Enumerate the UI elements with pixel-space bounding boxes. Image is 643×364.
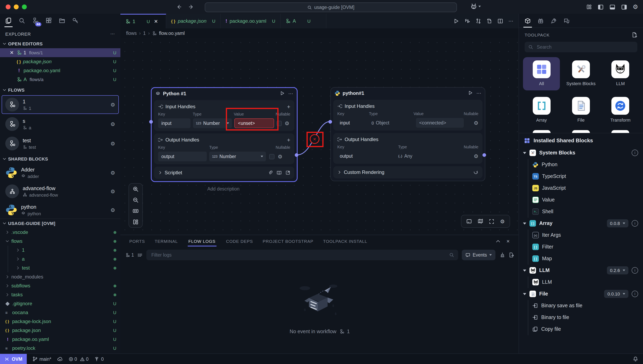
block-item-binary-to-file[interactable]: Binary to file [528, 312, 643, 323]
panel-tab-project-bootstrap[interactable]: PROJECT BOOTSTRAP [263, 239, 314, 244]
close-icon[interactable]: ✕ [154, 19, 158, 24]
block-item-binary-save[interactable]: Binary save as file [528, 300, 643, 312]
info-icon[interactable]: i [632, 267, 638, 274]
project-section-header[interactable]: USAGE-GUIDE [OVM] [0, 218, 120, 228]
node-more-icon[interactable]: ⋯ [476, 90, 481, 96]
panel-tab-terminal[interactable]: TERMINAL [155, 239, 178, 244]
maximize-window-button[interactable] [22, 4, 27, 9]
node-run-icon[interactable] [280, 91, 284, 96]
category-file[interactable]: File [562, 94, 600, 127]
edge-disconnect-icon[interactable]: ✕ [310, 134, 320, 144]
block-item-copy-file[interactable]: Copy file [528, 323, 643, 335]
close-icon[interactable]: ✕ [10, 50, 14, 56]
tree-item[interactable]: 1 [0, 246, 120, 254]
handle-gear-icon[interactable]: ⚙ [284, 120, 289, 126]
category-transform[interactable]: Transform [602, 94, 639, 127]
refresh-icon[interactable] [474, 170, 478, 175]
node-python-1[interactable]: Python #1 ⋯ Input Handles + Key Type [151, 87, 298, 182]
docs-icon[interactable] [276, 170, 282, 175]
tab-flow-a[interactable]: A U [280, 14, 326, 28]
more-actions-icon[interactable]: ⋯ [508, 18, 513, 24]
add-input-icon[interactable]: + [287, 103, 290, 110]
panel-tab-ports[interactable]: PORTS [129, 239, 145, 244]
clear-logs-icon[interactable] [499, 252, 505, 258]
version-select[interactable]: 0.0.8 [607, 219, 628, 228]
node2-output-port[interactable] [482, 153, 486, 157]
tree-item[interactable]: flows [0, 237, 120, 246]
notifications-bell-icon[interactable] [633, 356, 638, 362]
gear-icon[interactable]: ⚙ [110, 140, 115, 146]
shared-block-item[interactable]: python python ⚙ [2, 202, 119, 218]
block-item-shell[interactable]: >_ Shell [528, 206, 643, 218]
activity-folder-icon[interactable] [59, 18, 65, 24]
block-group-llm[interactable]: LLM 0.2.6 i [519, 264, 643, 276]
tree-item[interactable]: !package.oo.yamlU [0, 335, 120, 344]
toggle-bottom-panel-icon[interactable] [609, 4, 615, 10]
run-flow-icon[interactable] [453, 18, 459, 24]
node-more-icon[interactable]: ⋯ [288, 91, 293, 96]
input-value-field[interactable]: <connected> [416, 118, 464, 128]
activity-search-icon[interactable] [19, 18, 25, 24]
shared-block-item[interactable]: advanced-flow advanced-flow ⚙ [2, 182, 119, 201]
node1-output-port[interactable] [295, 153, 298, 157]
attach-icon[interactable] [268, 170, 273, 175]
flow-list-item[interactable]: s a ⚙ [2, 115, 119, 133]
scriptlet-section[interactable]: Scriptlet [154, 166, 294, 179]
git-branch-status[interactable]: main* [32, 356, 51, 362]
nullable-checkbox[interactable] [269, 154, 274, 159]
problems-status[interactable]: 0 0 [68, 356, 88, 361]
ports-status[interactable]: 0 [94, 356, 104, 362]
version-select[interactable]: 0.0.10 [604, 290, 628, 298]
block-item-javascript[interactable]: JS JavaScript [528, 182, 643, 194]
customize-layout-icon[interactable] [586, 4, 592, 10]
sync-status-icon[interactable] [57, 356, 63, 362]
rerun-icon[interactable] [464, 18, 470, 24]
open-external-icon[interactable] [286, 170, 290, 175]
category-all[interactable]: All [523, 57, 560, 90]
tab-package-json[interactable]: { } package.json U [166, 14, 220, 28]
panel-close-icon[interactable]: ✕ [506, 238, 510, 244]
gear-icon[interactable]: ⚙ [110, 188, 115, 194]
info-icon[interactable]: i [632, 150, 638, 156]
gear-icon[interactable]: ⚙ [110, 102, 115, 108]
activity-keys-icon[interactable] [72, 18, 79, 24]
tree-item[interactable]: tasks [0, 290, 120, 299]
sync-changes-icon[interactable] [476, 18, 481, 24]
output-key-field[interactable]: output [158, 152, 207, 161]
split-editor-icon[interactable] [498, 18, 503, 24]
tree-item[interactable]: ≡poetry.lockU [0, 344, 120, 353]
tree-item[interactable]: subflows [0, 281, 120, 290]
handle-gear-icon[interactable]: ⚙ [474, 120, 478, 126]
tree-item[interactable]: .vscode [0, 228, 120, 237]
history-forward-icon[interactable] [188, 4, 194, 10]
collapse-caret-icon[interactable] [523, 269, 526, 272]
block-item-typescript[interactable]: TS TypeScript [528, 170, 643, 182]
tree-item[interactable]: { }package.jsonU [0, 326, 120, 335]
remote-indicator[interactable]: OVM [0, 354, 27, 364]
node2-input-port[interactable] [328, 120, 332, 124]
block-group-array[interactable]: [ ] Array 0.0.8 i [519, 218, 643, 229]
tree-item[interactable]: test [0, 264, 120, 272]
handle-gear-icon[interactable]: ⚙ [474, 153, 478, 159]
flow-list-item[interactable]: 1 1 ⚙ [2, 95, 119, 114]
category-system-blocks[interactable]: System Blocks [562, 57, 600, 90]
block-item-python[interactable]: Python [528, 159, 643, 170]
collapse-caret-icon[interactable] [523, 293, 526, 295]
block-item-filter[interactable]: [ ] Filter [528, 241, 643, 253]
node-python-hash-1[interactable]: python#1 ⋯ Input Handles Key Type Value [330, 87, 485, 181]
minimize-window-button[interactable] [14, 4, 19, 9]
open-editor-item[interactable]: ✕ ! package.oo.yaml U [0, 66, 120, 75]
info-icon[interactable]: i [632, 220, 638, 226]
flow-list-item[interactable]: test test ⚙ [2, 134, 119, 153]
export-logs-icon[interactable] [508, 252, 514, 258]
gear-icon[interactable]: ⚙ [110, 170, 115, 176]
open-editor-item[interactable]: ✕ 1 flows/1 U [0, 48, 120, 57]
block-item-map[interactable]: [ ] Map [528, 253, 643, 264]
block-group-file[interactable]: File 0.0.10 i [519, 288, 643, 300]
command-center-search[interactable]: usage-guide [OVM] [205, 2, 457, 12]
activity-flows-icon[interactable]: 44 [32, 18, 38, 24]
tree-item[interactable]: .gitignoreU [0, 299, 120, 308]
filter-logs-input[interactable] [150, 252, 446, 258]
rp-tab-toolpack-icon[interactable] [524, 18, 531, 24]
open-editors-header[interactable]: OPEN EDITORS [0, 39, 120, 48]
